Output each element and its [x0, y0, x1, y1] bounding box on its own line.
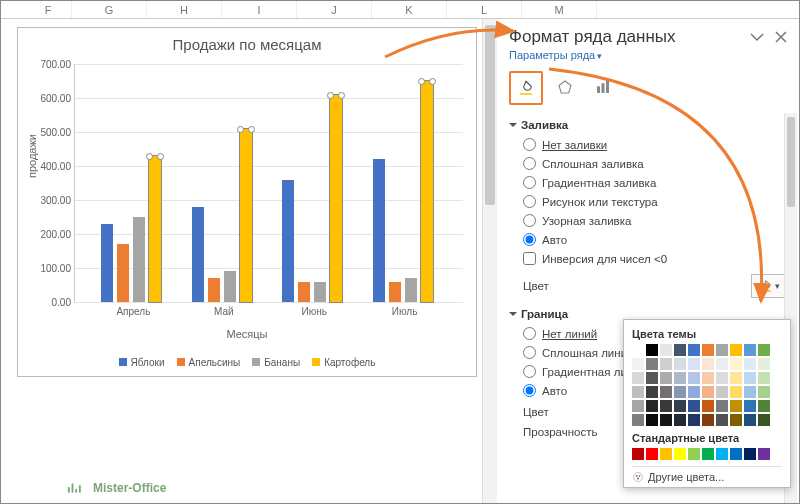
color-swatch[interactable]	[702, 448, 714, 460]
section-fill-header[interactable]: Заливка	[509, 119, 787, 131]
color-swatch[interactable]	[688, 386, 700, 398]
color-swatch[interactable]	[688, 344, 700, 356]
color-swatch[interactable]	[716, 372, 728, 384]
color-swatch[interactable]	[758, 414, 770, 426]
legend-item[interactable]: Бананы	[252, 357, 300, 368]
color-swatch[interactable]	[716, 358, 728, 370]
color-swatch[interactable]	[674, 372, 686, 384]
bar[interactable]	[314, 282, 326, 302]
color-swatch[interactable]	[688, 400, 700, 412]
sheet-scrollbar[interactable]	[482, 19, 497, 503]
color-swatch[interactable]	[632, 358, 644, 370]
color-swatch[interactable]	[674, 448, 686, 460]
x-axis-title[interactable]: Месяцы	[226, 328, 267, 340]
color-swatch[interactable]	[716, 344, 728, 356]
bar[interactable]	[224, 271, 236, 302]
color-swatch[interactable]	[674, 358, 686, 370]
color-swatch[interactable]	[688, 414, 700, 426]
plot-area[interactable]: 0.00100.00200.00300.00400.00500.00600.00…	[74, 64, 463, 303]
color-swatch[interactable]	[744, 414, 756, 426]
opt-fill-gradient[interactable]: Градиентная заливка	[509, 173, 787, 192]
color-swatch[interactable]	[660, 386, 672, 398]
column-header[interactable]: G	[72, 1, 147, 18]
color-swatch[interactable]	[646, 386, 658, 398]
pane-close-button[interactable]	[773, 29, 789, 45]
opt-fill-pattern[interactable]: Узорная заливка	[509, 211, 787, 230]
color-swatch[interactable]	[702, 414, 714, 426]
color-swatch[interactable]	[744, 344, 756, 356]
color-swatch[interactable]	[660, 358, 672, 370]
color-swatch[interactable]	[730, 372, 742, 384]
color-swatch[interactable]	[660, 448, 672, 460]
color-swatch[interactable]	[744, 358, 756, 370]
color-swatch[interactable]	[632, 386, 644, 398]
color-swatch[interactable]	[730, 448, 742, 460]
color-swatch[interactable]	[744, 372, 756, 384]
color-swatch[interactable]	[632, 344, 644, 356]
legend-item[interactable]: Картофель	[312, 357, 375, 368]
color-swatch[interactable]	[758, 372, 770, 384]
column-header[interactable]: H	[147, 1, 222, 18]
pane-options-button[interactable]	[749, 29, 765, 45]
color-swatch[interactable]	[674, 386, 686, 398]
color-swatch[interactable]	[758, 400, 770, 412]
column-header[interactable]: F	[25, 1, 72, 18]
color-swatch[interactable]	[716, 400, 728, 412]
opt-fill-picture[interactable]: Рисунок или текстура	[509, 192, 787, 211]
column-header[interactable]: M	[522, 1, 597, 18]
color-swatch[interactable]	[744, 448, 756, 460]
color-swatch[interactable]	[702, 386, 714, 398]
legend-item[interactable]: Яблоки	[119, 357, 165, 368]
color-swatch[interactable]	[730, 400, 742, 412]
color-swatch[interactable]	[674, 400, 686, 412]
color-swatch[interactable]	[716, 448, 728, 460]
color-swatch[interactable]	[646, 372, 658, 384]
color-swatch[interactable]	[632, 400, 644, 412]
color-swatch[interactable]	[744, 400, 756, 412]
more-colors[interactable]: Другие цвета...	[632, 466, 782, 483]
color-swatch[interactable]	[674, 414, 686, 426]
color-swatch[interactable]	[730, 414, 742, 426]
chart-object[interactable]: Продажи по месяцам продажи 0.00100.00200…	[17, 27, 477, 377]
bar[interactable]	[149, 156, 161, 302]
bar[interactable]	[282, 180, 294, 302]
color-swatch[interactable]	[632, 372, 644, 384]
opt-fill-solid[interactable]: Сплошная заливка	[509, 154, 787, 173]
color-swatch[interactable]	[730, 358, 742, 370]
bar[interactable]	[192, 207, 204, 302]
color-swatch[interactable]	[702, 344, 714, 356]
color-swatch[interactable]	[716, 386, 728, 398]
color-swatch[interactable]	[744, 386, 756, 398]
chart-title[interactable]: Продажи по месяцам	[18, 36, 476, 53]
column-header[interactable]: I	[222, 1, 297, 18]
tab-effects[interactable]	[549, 71, 581, 103]
color-swatch[interactable]	[646, 448, 658, 460]
color-swatch[interactable]	[702, 358, 714, 370]
color-swatch[interactable]	[660, 414, 672, 426]
color-swatch[interactable]	[730, 386, 742, 398]
theme-swatches[interactable]	[632, 344, 782, 426]
color-swatch[interactable]	[688, 372, 700, 384]
legend-item[interactable]: Апельсины	[177, 357, 241, 368]
color-swatch[interactable]	[758, 386, 770, 398]
bar[interactable]	[405, 278, 417, 302]
bar[interactable]	[421, 81, 433, 302]
bar[interactable]	[117, 244, 129, 302]
color-swatch[interactable]	[660, 400, 672, 412]
bar[interactable]	[298, 282, 310, 302]
bar[interactable]	[208, 278, 220, 302]
column-header[interactable]: J	[297, 1, 372, 18]
bar[interactable]	[330, 95, 342, 302]
fill-color-button[interactable]: ▾	[751, 274, 787, 298]
color-swatch[interactable]	[688, 358, 700, 370]
color-swatch[interactable]	[646, 414, 658, 426]
tab-fill-line[interactable]	[509, 71, 543, 105]
color-swatch[interactable]	[758, 448, 770, 460]
color-swatch[interactable]	[674, 344, 686, 356]
std-swatches[interactable]	[632, 448, 782, 460]
color-swatch[interactable]	[632, 414, 644, 426]
color-swatch[interactable]	[660, 372, 672, 384]
color-swatch[interactable]	[758, 344, 770, 356]
bar[interactable]	[101, 224, 113, 302]
opt-invert-negative[interactable]: Инверсия для чисел <0	[509, 249, 787, 268]
